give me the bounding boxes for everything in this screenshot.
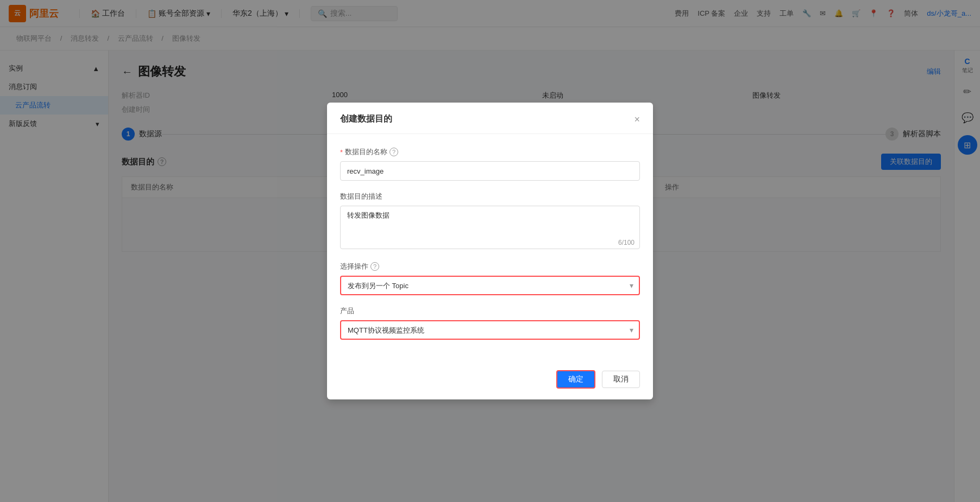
- operation-select-wrapper: 发布到另一个 Topic ▾: [340, 276, 640, 295]
- name-label: * 数据目的名称 ?: [340, 147, 640, 157]
- name-field: * 数据目的名称 ?: [340, 147, 640, 181]
- desc-label: 数据目的描述: [340, 192, 640, 201]
- name-label-text: 数据目的名称: [345, 147, 387, 157]
- name-required: *: [340, 148, 343, 156]
- create-dialog: 创建数据目的 × * 数据目的名称 ? 数据目的描述 转发图像数据: [327, 103, 653, 399]
- dialog-body: * 数据目的名称 ? 数据目的描述 转发图像数据 6/100 选择: [327, 134, 653, 364]
- operation-label: 选择操作 ?: [340, 262, 640, 271]
- desc-textarea-wrapper: 转发图像数据 6/100: [340, 206, 640, 251]
- desc-field: 数据目的描述 转发图像数据 6/100: [340, 192, 640, 251]
- operation-select[interactable]: 发布到另一个 Topic: [340, 276, 640, 295]
- product-label-text: 产品: [340, 306, 354, 316]
- operation-field: 选择操作 ? 发布到另一个 Topic ▾: [340, 262, 640, 295]
- desc-label-text: 数据目的描述: [340, 192, 382, 201]
- product-select[interactable]: MQTT协议视频监控系统: [340, 320, 640, 340]
- dialog-footer: 确定 取消: [327, 364, 653, 399]
- name-help-icon[interactable]: ?: [390, 148, 398, 156]
- dialog-close-button[interactable]: ×: [634, 115, 640, 124]
- cancel-button[interactable]: 取消: [602, 371, 640, 388]
- operation-label-text: 选择操作: [340, 262, 368, 271]
- desc-textarea[interactable]: 转发图像数据: [340, 206, 640, 249]
- confirm-button[interactable]: 确定: [556, 370, 595, 389]
- name-input[interactable]: [340, 161, 640, 181]
- operation-help-icon[interactable]: ?: [370, 262, 379, 271]
- product-label: 产品: [340, 306, 640, 316]
- dialog-title: 创建数据目的: [340, 113, 392, 125]
- modal-overlay[interactable]: 创建数据目的 × * 数据目的名称 ? 数据目的描述 转发图像数据: [0, 0, 980, 502]
- product-select-wrapper: MQTT协议视频监控系统 ▾: [340, 320, 640, 340]
- desc-char-count: 6/100: [618, 239, 635, 246]
- product-field: 产品 MQTT协议视频监控系统 ▾: [340, 306, 640, 340]
- dialog-header: 创建数据目的 ×: [327, 103, 653, 134]
